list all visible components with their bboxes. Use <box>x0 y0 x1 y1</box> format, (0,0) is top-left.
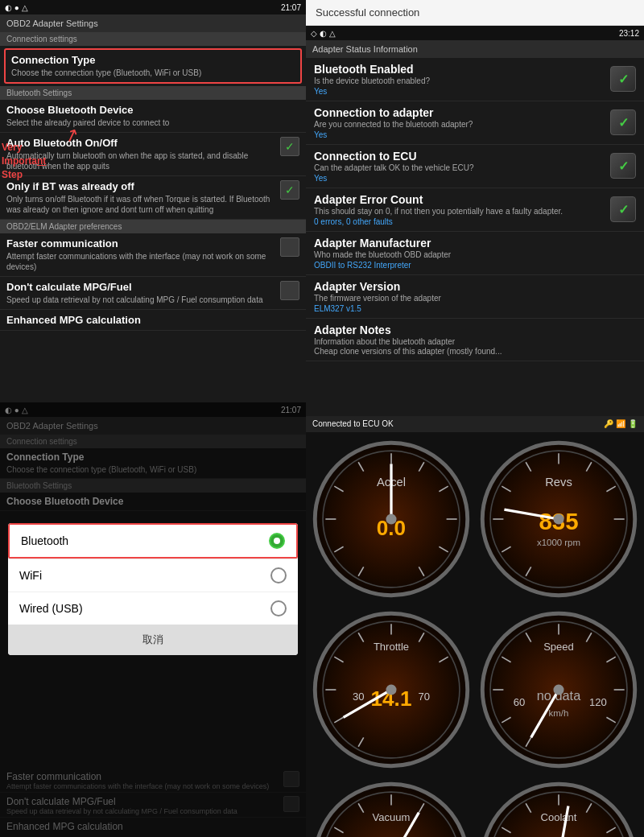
status-bar-top-right: ◇ ◐ △ 23:12 <box>306 26 644 40</box>
gauge-vacuum: 20 -26 Vacuum 16.1 in/Hg <box>312 780 470 837</box>
bluetooth-radio[interactable] <box>269 533 285 549</box>
svg-point-67 <box>553 684 564 695</box>
success-text: Successful connection <box>316 6 419 19</box>
gauge-accel-container: Accel 0.0 <box>309 435 473 603</box>
gauge-throttle: 30 70 Throttle 14.1 <box>312 609 470 770</box>
settings-item-bt-off[interactable]: Only if BT was already off Only turns on… <box>0 176 306 220</box>
top-right-screen: ◇ ◐ △ 23:12 Adapter Status Information B… <box>306 26 644 416</box>
adapter-conn-desc: Are you connected to the bluetooth adapt… <box>314 120 604 129</box>
version-title: Adapter Version <box>314 280 636 293</box>
gauge-speed-svg: 60 120 Speed no data km/h <box>480 609 638 770</box>
status-row-manufacturer: Adapter Manufacturer Who made the blueto… <box>306 232 644 275</box>
status-row-ecu: Connection to ECU Can the adapter talk O… <box>306 145 644 188</box>
notes-desc: Information about the bluetooth adapter <box>314 337 636 346</box>
svg-text:Throttle: Throttle <box>374 641 409 653</box>
gauge-revs-svg: Revs 835 x1000 rpm <box>480 439 638 600</box>
wifi-option-label: WiFi <box>19 569 42 582</box>
adapter-conn-title: Connection to adapter <box>314 106 604 119</box>
auto-bt-checkbox[interactable]: ✓ <box>280 137 299 156</box>
wifi-radio[interactable] <box>270 567 287 583</box>
status-row-error: Adapter Error Count This should stay on … <box>306 188 644 232</box>
status-time-tr: 23:12 <box>619 29 639 38</box>
status-row-adapter: Connection to adapter Are you connected … <box>306 101 644 145</box>
faster-comm-checkbox[interactable] <box>280 237 299 257</box>
ecu-ok-text: Connected to ECU OK <box>312 419 394 428</box>
settings-item-choose-device[interactable]: Choose Bluetooth Device Select the alrea… <box>0 100 306 133</box>
settings-item-faster-comm[interactable]: Faster communication Attempt faster comm… <box>0 233 306 277</box>
settings-item-enhanced-mpg[interactable]: Enhanced MPG calculation <box>0 310 306 331</box>
version-desc: The firmware version of the adapter <box>314 294 636 303</box>
no-mpg-checkbox[interactable] <box>280 281 299 300</box>
status-icons-left: ◐ ● △ <box>5 3 28 12</box>
ecu-conn-desc: Can the adapter talk OK to the vehicle E… <box>314 163 604 172</box>
bt-enabled-desc: Is the device bluetooth enabled? <box>314 76 604 85</box>
dialog-option-bluetooth[interactable]: Bluetooth <box>8 523 298 559</box>
gauge-throttle-container: 30 70 Throttle 14.1 <box>309 606 473 773</box>
svg-text:x1000 rpm: x1000 rpm <box>537 537 580 546</box>
connection-type-desc: Choose the connection type (Bluetooth, W… <box>11 68 295 78</box>
manufacturer-title: Adapter Manufacturer <box>314 237 636 249</box>
gauge-coolant-container: 40 120 Coolant 81.0 °C <box>477 777 641 837</box>
ecu-conn-title: Connection to ECU <box>314 150 604 163</box>
gauge-accel: Accel 0.0 <box>312 439 470 600</box>
status-row-bt-enabled: Bluetooth Enabled Is the device bluetoot… <box>306 58 644 101</box>
svg-text:Revs: Revs <box>545 476 572 489</box>
bt-enabled-title: Bluetooth Enabled <box>314 63 604 76</box>
status-row-version: Adapter Version The firmware version of … <box>306 275 644 319</box>
settings-item-auto-bluetooth[interactable]: Auto Bluetooth On/Off Automatically turn… <box>0 133 306 176</box>
cancel-label: 取消 <box>142 633 163 645</box>
auto-bt-title: Auto Bluetooth On/Off <box>6 137 275 149</box>
usb-radio[interactable] <box>270 600 287 616</box>
gauges-status-bar: Connected to ECU OK 🔑 📶 🔋 <box>306 416 644 432</box>
error-count-value: 0 errors, 0 other faults <box>314 217 604 226</box>
bottom-left-screen: ◐ ● △ 21:07 OBD2 Adapter Settings Connec… <box>0 402 306 837</box>
svg-point-16 <box>386 513 396 524</box>
app-title-top-left: Connection settings ● ◐ ▲ OBD2 Adapter S… <box>0 14 306 32</box>
dialog-option-usb[interactable]: Wired (USB) <box>8 592 298 625</box>
error-count-desc: This should stay on 0, if not then you p… <box>314 207 604 216</box>
version-value: ELM327 v1.5 <box>314 304 636 313</box>
notes-title: Adapter Notes <box>314 324 636 336</box>
right-panel: Successful connection ◇ ◐ △ 23:12 Adapte… <box>306 0 644 837</box>
svg-text:Vacuum: Vacuum <box>373 811 411 823</box>
status-row-notes: Adapter Notes Information about the blue… <box>306 319 644 361</box>
dialog-option-wifi[interactable]: WiFi <box>8 559 298 592</box>
settings-item-connection-type[interactable]: Connection Type Choose the connection ty… <box>4 48 302 84</box>
choose-device-title: Choose Bluetooth Device <box>6 104 299 116</box>
error-count-title: Adapter Error Count <box>314 193 604 206</box>
main-layout: ◐ ● △ 21:07 Connection settings ● ◐ ▲ OB… <box>0 0 644 837</box>
status-time-top-left: 21:07 <box>281 3 301 12</box>
manufacturer-value: OBDII to RS232 Interpreter <box>314 261 636 270</box>
usb-option-label: Wired (USB) <box>19 602 83 615</box>
manufacturer-desc: Who made the bluetooth OBD adapter <box>314 250 636 259</box>
settings-item-no-mpg[interactable]: Don't calculate MPG/Fuel Speed up data r… <box>0 277 306 310</box>
gauge-revs: Revs 835 x1000 rpm <box>480 439 638 600</box>
gauge-revs-container: Revs 835 x1000 rpm <box>477 435 641 603</box>
gauge-coolant: 40 120 Coolant 81.0 °C <box>480 780 638 837</box>
gauges-grid: Accel 0.0 <box>306 432 644 837</box>
gauge-vacuum-svg: 20 -26 Vacuum 16.1 in/Hg <box>312 780 470 837</box>
left-panel: ◐ ● △ 21:07 Connection settings ● ◐ ▲ OB… <box>0 0 306 837</box>
no-mpg-title: Don't calculate MPG/Fuel <box>6 281 275 293</box>
svg-text:Coolant: Coolant <box>541 811 577 823</box>
svg-text:Speed: Speed <box>543 641 574 653</box>
no-mpg-desc: Speed up data retrieval by not calculati… <box>6 295 275 305</box>
svg-point-32 <box>553 513 564 524</box>
dialog-cancel-button[interactable]: 取消 <box>8 625 298 655</box>
checkmark: ✓ <box>618 72 629 87</box>
success-header: Successful connection <box>306 0 644 26</box>
status-icons-tr: ◇ ◐ △ <box>311 29 336 38</box>
bt-off-checkbox[interactable]: ✓ <box>280 180 299 200</box>
section-header-connection: Connection settings <box>0 32 306 46</box>
adapter-conn-value: Yes <box>314 130 604 139</box>
gauge-speed-container: 60 120 Speed no data km/h <box>477 606 641 773</box>
svg-text:30: 30 <box>353 691 365 703</box>
svg-text:120: 120 <box>589 695 607 707</box>
bluetooth-option-label: Bluetooth <box>21 534 68 547</box>
bt-enabled-ok-icon: ✓ <box>610 66 636 92</box>
faster-comm-title: Faster communication <box>6 237 275 249</box>
bt-enabled-value: Yes <box>314 87 604 96</box>
bluetooth-radio-dot <box>274 538 280 544</box>
ecu-conn-value: Yes <box>314 174 604 183</box>
bt-off-title: Only if BT was already off <box>6 180 275 192</box>
